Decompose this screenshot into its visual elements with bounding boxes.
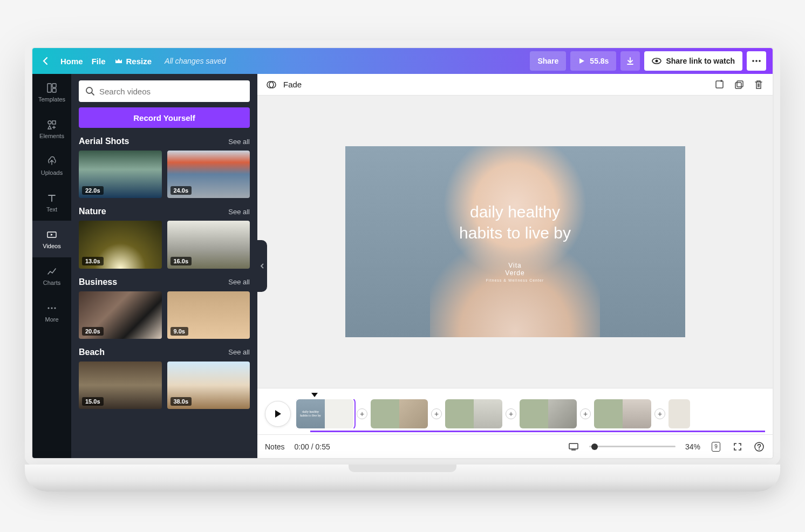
resize-menu[interactable]: Resize <box>114 57 152 66</box>
more-menu-button[interactable] <box>747 51 766 71</box>
svg-point-14 <box>86 87 92 93</box>
zoom-slider[interactable] <box>589 443 676 451</box>
charts-icon <box>46 265 58 277</box>
video-thumbnail[interactable]: 24.0s <box>167 151 250 198</box>
svg-rect-9 <box>52 121 56 124</box>
video-duration: 24.0s <box>170 186 192 195</box>
video-thumbnail[interactable]: 22.0s <box>79 151 162 198</box>
nav-more-label: More <box>45 316 58 323</box>
video-thumbnail[interactable]: 16.0s <box>167 221 250 268</box>
svg-rect-18 <box>716 81 723 88</box>
record-yourself-button[interactable]: Record Yourself <box>79 107 250 128</box>
side-nav: Templates Elements Uploads Text Videos C… <box>32 74 71 458</box>
duplicate-page-button[interactable] <box>733 78 746 91</box>
video-duration: 15.0s <box>82 397 104 406</box>
video-duration: 13.0s <box>82 257 104 265</box>
nav-charts[interactable]: Charts <box>32 257 71 294</box>
nav-text[interactable]: Text <box>32 184 71 221</box>
svg-point-13 <box>54 307 56 309</box>
video-thumbnail[interactable]: 9.0s <box>167 291 250 339</box>
nav-charts-label: Charts <box>43 279 60 286</box>
timeline-clip[interactable]: daily healthyhabits to live by <box>296 399 353 428</box>
zoom-level: 34% <box>685 442 700 451</box>
timeline: daily healthyhabits to live by + + + + + <box>265 399 765 428</box>
resize-label: Resize <box>126 57 152 66</box>
video-category: Business See all 20.0s 9.0s <box>79 277 250 339</box>
video-thumbnail[interactable]: 13.0s <box>79 221 162 268</box>
transition-label: Fade <box>283 80 302 89</box>
add-clip-button[interactable]: + <box>431 408 442 419</box>
svg-point-12 <box>51 307 52 309</box>
timeline-clip[interactable] <box>520 399 577 428</box>
view-mode-button[interactable] <box>568 441 579 453</box>
page-count-button[interactable]: 9 <box>710 441 722 453</box>
category-title: Nature <box>79 207 106 216</box>
stage[interactable]: daily healthy habits to live by Vita Ver… <box>257 96 773 388</box>
save-status: All changes saved <box>165 57 226 65</box>
svg-rect-6 <box>52 84 56 87</box>
nav-templates[interactable]: Templates <box>32 74 71 111</box>
add-clip-button[interactable]: + <box>506 408 516 419</box>
video-category: Beach See all 15.0s 38.0s <box>79 347 250 409</box>
timeline-zone: daily healthyhabits to live by + + + + + <box>257 388 773 434</box>
home-link[interactable]: Home <box>60 57 83 66</box>
topbar: Home File Resize All changes saved Share… <box>32 48 773 74</box>
play-preview-button[interactable]: 55.8s <box>570 51 616 71</box>
nav-templates-label: Templates <box>38 96 65 103</box>
crown-icon <box>114 57 123 65</box>
timeline-clip[interactable] <box>594 399 651 428</box>
play-button[interactable] <box>265 401 291 427</box>
playback-progress <box>310 431 765 432</box>
category-title: Business <box>79 277 117 287</box>
fullscreen-button[interactable] <box>732 441 743 453</box>
transition-icon[interactable] <box>265 78 278 91</box>
see-all-link[interactable]: See all <box>228 348 250 356</box>
share-link-button[interactable]: Share link to watch <box>644 51 742 71</box>
delete-page-button[interactable] <box>752 78 765 91</box>
ellipsis-icon <box>752 60 761 62</box>
collapse-panel-button[interactable] <box>257 240 267 292</box>
zoom-thumb[interactable] <box>591 444 598 450</box>
download-button[interactable] <box>620 51 640 71</box>
video-thumbnail[interactable]: 20.0s <box>79 291 162 339</box>
nav-more[interactable]: More <box>32 294 71 331</box>
share-link-label: Share link to watch <box>666 57 735 65</box>
canvas-area: Fade daily healthy habits to live by Vit… <box>257 74 773 458</box>
play-icon <box>274 409 282 419</box>
file-menu[interactable]: File <box>92 57 106 66</box>
svg-rect-19 <box>735 83 741 88</box>
videos-panel: Record Yourself Aerial Shots See all 22.… <box>71 74 257 458</box>
timeline-clip[interactable] <box>668 399 690 428</box>
share-button[interactable]: Share <box>530 51 566 71</box>
add-clip-button[interactable]: + <box>654 408 665 419</box>
video-duration: 16.0s <box>170 257 192 265</box>
nav-videos[interactable]: Videos <box>32 221 71 257</box>
add-page-button[interactable] <box>713 78 726 91</box>
video-thumbnail[interactable]: 15.0s <box>79 362 162 409</box>
add-clip-button[interactable]: + <box>580 408 591 419</box>
svg-point-24 <box>759 448 760 449</box>
notes-button[interactable]: Notes <box>265 442 285 451</box>
add-clip-button[interactable]: + <box>357 408 367 419</box>
back-button[interactable] <box>39 54 52 67</box>
see-all-link[interactable]: See all <box>228 208 250 216</box>
svg-point-1 <box>656 60 658 63</box>
playhead-marker[interactable] <box>311 393 318 397</box>
timeline-clip[interactable] <box>371 399 428 428</box>
search-input-wrapper[interactable] <box>79 80 250 102</box>
video-thumbnail[interactable]: 38.0s <box>167 362 250 409</box>
current-slide[interactable]: daily healthy habits to live by Vita Ver… <box>345 146 685 337</box>
timeline-clip[interactable] <box>445 399 502 428</box>
eye-icon <box>652 57 661 65</box>
see-all-link[interactable]: See all <box>228 278 250 286</box>
chevron-left-icon <box>260 263 264 269</box>
svg-point-8 <box>48 121 51 124</box>
video-duration: 9.0s <box>170 327 188 336</box>
nav-elements[interactable]: Elements <box>32 111 71 147</box>
help-button[interactable] <box>753 441 765 453</box>
search-input[interactable] <box>99 87 243 96</box>
duration-label: 55.8s <box>590 57 609 65</box>
text-icon <box>46 192 58 204</box>
nav-uploads[interactable]: Uploads <box>32 147 71 184</box>
see-all-link[interactable]: See all <box>228 138 250 146</box>
